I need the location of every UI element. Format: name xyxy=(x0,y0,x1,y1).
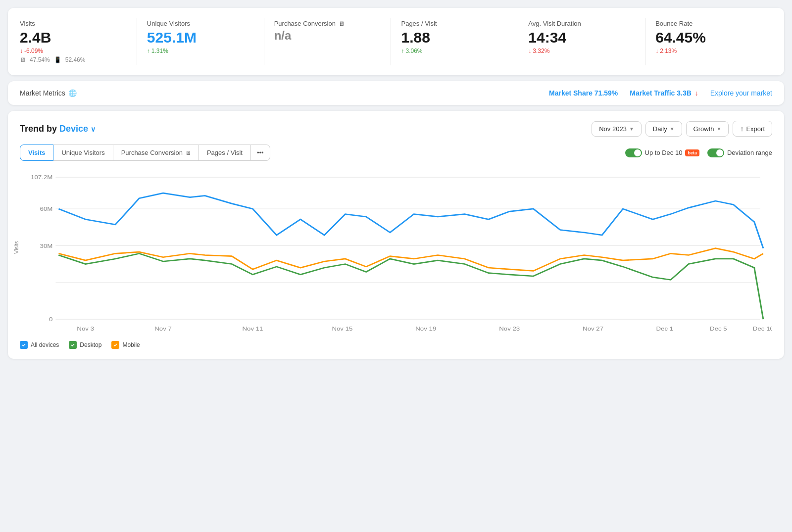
up-to-toggle: Up to Dec 10 beta xyxy=(625,148,699,157)
svg-text:Nov 23: Nov 23 xyxy=(499,326,520,332)
export-button[interactable]: ↑ Export xyxy=(733,121,772,137)
svg-text:Nov 19: Nov 19 xyxy=(415,326,436,332)
date-chevron-icon: ▼ xyxy=(629,126,634,132)
metrics-card: Visits 2.4B ↓ -6.09% 🖥 47.54% 📱 52.46% U… xyxy=(8,8,784,75)
pc-label: Purchase Conversion 🖥 xyxy=(274,20,381,27)
svg-text:Nov 3: Nov 3 xyxy=(77,326,94,332)
mobile-line xyxy=(58,248,763,271)
market-stats: Market Share 71.59% Market Traffic 3.3B … xyxy=(549,89,772,97)
metric-filter-button[interactable]: Growth ▼ xyxy=(686,121,729,137)
svg-text:Dec 5: Dec 5 xyxy=(710,326,727,332)
uv-value: 525.1M xyxy=(147,29,254,46)
down-arrow-icon: ↓ xyxy=(20,48,23,54)
pv-value: 1.88 xyxy=(401,29,508,46)
up-arrow-icon-pv: ↑ xyxy=(401,48,404,54)
deviation-toggle-switch[interactable] xyxy=(707,148,724,157)
trend-chart: 107.2M 60M 30M 0 Nov 3 Nov 7 Nov 11 Nov … xyxy=(20,167,772,335)
avd-label: Avg. Visit Duration xyxy=(528,20,635,27)
legend-desktop: Desktop xyxy=(69,341,101,349)
svg-text:60M: 60M xyxy=(40,206,53,212)
metric-bounce-rate: Bounce Rate 64.45% ↓ 2.13% xyxy=(655,18,772,65)
device-chevron-icon: ∨ xyxy=(91,125,96,133)
svg-text:107.2M: 107.2M xyxy=(31,174,52,181)
avd-change: ↓ 3.32% xyxy=(528,48,635,54)
metric-unique-visitors: Unique Visitors 525.1M ↑ 1.31% xyxy=(147,18,264,65)
deviation-toggle: Deviation range xyxy=(707,148,772,157)
visits-change: ↓ -6.09% xyxy=(20,48,127,54)
pc-value: n/a xyxy=(274,29,381,42)
tab-row: Visits Unique Visitors Purchase Conversi… xyxy=(20,145,772,161)
mobile-check[interactable] xyxy=(111,341,119,349)
metric-pages-visit: Pages / Visit 1.88 ↑ 3.06% xyxy=(401,18,518,65)
visits-device-split: 🖥 47.54% 📱 52.46% xyxy=(20,56,127,63)
chart-container: Visits 107.2M 60M 30M 0 Nov 3 Nov 7 Nov … xyxy=(20,167,772,335)
tab-more-button[interactable]: ••• xyxy=(250,145,270,161)
metric-avg-duration: Avg. Visit Duration 14:34 ↓ 3.32% xyxy=(528,18,645,65)
svg-text:30M: 30M xyxy=(40,242,53,249)
metric-chevron-icon: ▼ xyxy=(717,126,722,132)
market-metrics-card: Market Metrics 🌐 Market Share 71.59% Mar… xyxy=(8,81,784,105)
explore-market-link[interactable]: Explore your market xyxy=(710,89,772,97)
tab-unique-visitors[interactable]: Unique Visitors xyxy=(53,145,113,161)
y-axis-label: Visits xyxy=(13,241,19,254)
market-traffic-stat: Market Traffic 3.3B ↓ xyxy=(630,89,698,97)
tab-right-controls: Up to Dec 10 beta Deviation range xyxy=(625,148,772,157)
trend-header: Trend by Device ∨ Nov 2023 ▼ Daily ▼ Gro… xyxy=(20,121,772,137)
monitor-icon: 🖥 xyxy=(20,56,26,63)
all-devices-line xyxy=(58,193,763,248)
uv-change: ↑ 1.31% xyxy=(147,48,254,54)
visits-label: Visits xyxy=(20,20,127,27)
legend-mobile: Mobile xyxy=(111,341,140,349)
interval-chevron-icon: ▼ xyxy=(670,126,675,132)
export-icon: ↑ xyxy=(740,125,743,133)
down-arrow-icon-br: ↓ xyxy=(655,48,658,54)
date-filter-button[interactable]: Nov 2023 ▼ xyxy=(592,121,642,137)
traffic-down-arrow: ↓ xyxy=(695,89,698,97)
device-dropdown-label[interactable]: Device xyxy=(59,124,88,134)
tab-visits[interactable]: Visits xyxy=(20,145,53,161)
down-arrow-icon-avd: ↓ xyxy=(528,48,531,54)
mobile-icon: 📱 xyxy=(54,56,61,63)
visits-value: 2.4B xyxy=(20,29,127,46)
tab-purchase-conversion[interactable]: Purchase Conversion 🖥 xyxy=(113,145,199,161)
svg-text:Nov 7: Nov 7 xyxy=(154,326,172,332)
metric-purchase-conversion: Purchase Conversion 🖥 n/a xyxy=(274,18,392,65)
metrics-row: Visits 2.4B ↓ -6.09% 🖥 47.54% 📱 52.46% U… xyxy=(20,18,772,65)
svg-text:Nov 15: Nov 15 xyxy=(332,326,352,332)
desktop-check[interactable] xyxy=(69,341,77,349)
br-change: ↓ 2.13% xyxy=(655,48,762,54)
beta-badge: beta xyxy=(685,149,699,156)
svg-text:0: 0 xyxy=(49,316,52,323)
svg-text:Nov 11: Nov 11 xyxy=(242,326,263,332)
svg-text:Nov 27: Nov 27 xyxy=(583,326,603,332)
market-label: Market Metrics 🌐 xyxy=(20,89,77,97)
desktop-line xyxy=(58,253,763,319)
legend-all-devices: All devices xyxy=(20,341,59,349)
trend-title: Trend by Device ∨ xyxy=(20,124,96,134)
svg-text:Dec 10: Dec 10 xyxy=(753,326,772,332)
monitor-icon-tab: 🖥 xyxy=(185,150,191,156)
br-label: Bounce Rate xyxy=(655,20,762,27)
up-to-toggle-switch[interactable] xyxy=(625,148,642,157)
interval-filter-button[interactable]: Daily ▼ xyxy=(645,121,682,137)
all-devices-check[interactable] xyxy=(20,341,28,349)
avd-value: 14:34 xyxy=(528,29,635,46)
br-value: 64.45% xyxy=(655,29,762,46)
up-arrow-icon: ↑ xyxy=(147,48,150,54)
trend-card: Trend by Device ∨ Nov 2023 ▼ Daily ▼ Gro… xyxy=(8,111,784,359)
uv-label: Unique Visitors xyxy=(147,20,254,27)
market-share-stat: Market Share 71.59% xyxy=(549,89,618,97)
market-bar: Market Metrics 🌐 Market Share 71.59% Mar… xyxy=(20,86,772,100)
globe-icon: 🌐 xyxy=(68,89,77,97)
legend-row: All devices Desktop Mobile xyxy=(20,341,772,349)
pv-change: ↑ 3.06% xyxy=(401,48,508,54)
metric-visits: Visits 2.4B ↓ -6.09% 🖥 47.54% 📱 52.46% xyxy=(20,18,137,65)
pv-label: Pages / Visit xyxy=(401,20,508,27)
monitor-icon-pc: 🖥 xyxy=(339,20,345,27)
trend-controls: Nov 2023 ▼ Daily ▼ Growth ▼ ↑ Export xyxy=(592,121,772,137)
tab-pages-visit[interactable]: Pages / Visit xyxy=(198,145,251,161)
svg-text:Dec 1: Dec 1 xyxy=(656,326,674,332)
